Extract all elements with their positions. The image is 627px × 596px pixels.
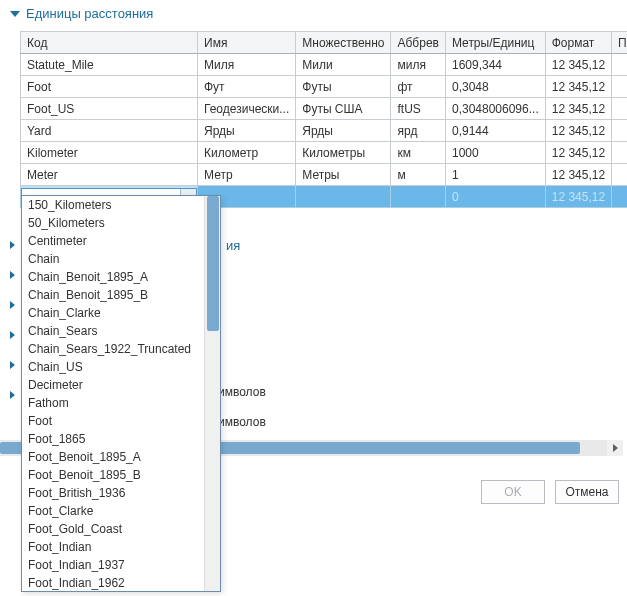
table-row[interactable]: KilometerКилометрКилометрыкм100012 345,1… [21,142,628,164]
cell-meters[interactable]: 0,3048 [445,76,545,98]
cell-abbr[interactable] [391,186,445,208]
cell-format[interactable]: 12 345,12 [545,54,611,76]
dropdown-item[interactable]: Foot_Gold_Coast [22,520,220,538]
cell-code[interactable]: Yard [21,120,198,142]
dropdown-item[interactable]: Foot_Indian [22,538,220,556]
cell-plural[interactable]: Футы [296,76,391,98]
cell-meters[interactable]: 1 [445,164,545,186]
cell-abbr[interactable]: м [391,164,445,186]
col-header-abbr[interactable]: Аббрев [391,32,445,54]
cell-meters[interactable]: 1000 [445,142,545,164]
cell-default[interactable] [612,142,627,164]
col-header-plural[interactable]: Множественно [296,32,391,54]
cell-default[interactable] [612,54,627,76]
cell-default[interactable] [612,164,627,186]
cell-code[interactable]: Foot_US [21,98,198,120]
cell-plural[interactable]: Ярды [296,120,391,142]
table-row[interactable]: Foot_USГеодезически...Футы СШАftUS0,3048… [21,98,628,120]
ok-button[interactable]: OK [481,480,545,504]
cancel-button[interactable]: Отмена [555,480,619,504]
cell-abbr[interactable]: фт [391,76,445,98]
cell-default[interactable] [612,76,627,98]
dropdown-item[interactable]: Centimeter [22,232,220,250]
dropdown-item[interactable]: Foot_British_1936 [22,484,220,502]
chevron-right-icon [10,331,15,339]
cell-default[interactable] [612,186,627,208]
code-dropdown: 150_Kilometers50_KilometersCentimeterCha… [21,195,221,592]
dropdown-item[interactable]: Foot [22,412,220,430]
dropdown-item[interactable]: Foot_Benoit_1895_A [22,448,220,466]
dropdown-item[interactable]: Chain_Benoit_1895_A [22,268,220,286]
cell-format[interactable]: 12 345,12 [545,164,611,186]
cell-plural[interactable]: Мили [296,54,391,76]
cell-code[interactable]: Foot [21,76,198,98]
cell-format[interactable]: 12 345,12 [545,142,611,164]
dropdown-item[interactable]: Foot_Indian_1937 [22,556,220,574]
cell-default[interactable] [612,98,627,120]
dropdown-item[interactable]: Foot_Clarke [22,502,220,520]
units-table: Код Имя Множественно Аббрев Метры/Единиц… [20,31,627,208]
chevron-right-icon [10,361,15,369]
col-header-meters[interactable]: Метры/Единиц [445,32,545,54]
cell-name[interactable]: Километр [198,142,296,164]
dropdown-item[interactable]: Foot_1865 [22,430,220,448]
cell-code[interactable]: Statute_Mile [21,54,198,76]
cell-abbr[interactable]: км [391,142,445,164]
cell-abbr[interactable]: ftUS [391,98,445,120]
section-title-text: Единицы расстояния [26,6,153,21]
cell-plural[interactable] [296,186,391,208]
section-distance-units[interactable]: Единицы расстояния [10,6,617,21]
cell-abbr[interactable]: миля [391,54,445,76]
chevron-right-icon [10,391,15,399]
col-header-default[interactable]: По умолчанию [612,32,627,54]
col-header-format[interactable]: Формат [545,32,611,54]
dropdown-item[interactable]: 150_Kilometers [22,196,220,214]
dropdown-item[interactable]: Chain_Benoit_1895_B [22,286,220,304]
dropdown-item[interactable]: Chain_Sears [22,322,220,340]
cell-plural[interactable]: Километры [296,142,391,164]
table-row[interactable]: FootФутФутыфт0,304812 345,12 [21,76,628,98]
dropdown-item[interactable]: Foot_Benoit_1895_B [22,466,220,484]
number-format-label-fragment-2: имволов [218,415,266,429]
cell-name[interactable]: Фут [198,76,296,98]
cell-plural[interactable]: Метры [296,164,391,186]
cell-meters[interactable]: 0 [445,186,545,208]
dropdown-item[interactable]: Chain_US [22,358,220,376]
cell-meters[interactable]: 0,9144 [445,120,545,142]
dropdown-item[interactable]: Fathom [22,394,220,412]
cell-code[interactable]: Meter [21,164,198,186]
cell-plural[interactable]: Футы США [296,98,391,120]
cell-meters[interactable]: 1609,344 [445,54,545,76]
cell-name[interactable]: Миля [198,54,296,76]
dropdown-scrollbar[interactable] [204,196,220,591]
chevron-right-icon [10,271,15,279]
cell-format[interactable]: 12 345,12 [545,98,611,120]
dropdown-scrollbar-thumb[interactable] [207,196,219,331]
table-row[interactable]: MeterМетрМетрым112 345,12 [21,164,628,186]
cell-name[interactable]: Метр [198,164,296,186]
col-header-name[interactable]: Имя [198,32,296,54]
dropdown-item[interactable]: Foot_Indian_1962 [22,574,220,591]
cell-name[interactable]: Ярды [198,120,296,142]
cell-meters[interactable]: 0,3048006096... [445,98,545,120]
cell-name[interactable]: Геодезически... [198,98,296,120]
dropdown-item[interactable]: Chain_Sears_1922_Truncated [22,340,220,358]
chevron-right-icon [10,301,15,309]
cell-default[interactable] [612,120,627,142]
cell-abbr[interactable]: ярд [391,120,445,142]
table-row[interactable]: YardЯрдыЯрдыярд0,914412 345,12 [21,120,628,142]
dropdown-item[interactable]: Decimeter [22,376,220,394]
scroll-right-icon[interactable] [607,440,623,456]
table-row[interactable]: Statute_MileМиляМилимиля1609,34412 345,1… [21,54,628,76]
chevron-right-icon [10,241,15,249]
collapsed-section-1-fragment: ия [226,238,240,253]
col-header-code[interactable]: Код [21,32,198,54]
cell-code[interactable]: Kilometer [21,142,198,164]
cell-format[interactable]: 12 345,12 [545,186,611,208]
number-format-label-fragment-1: имволов [218,385,266,399]
dropdown-item[interactable]: Chain [22,250,220,268]
cell-format[interactable]: 12 345,12 [545,120,611,142]
cell-format[interactable]: 12 345,12 [545,76,611,98]
dropdown-item[interactable]: 50_Kilometers [22,214,220,232]
dropdown-item[interactable]: Chain_Clarke [22,304,220,322]
